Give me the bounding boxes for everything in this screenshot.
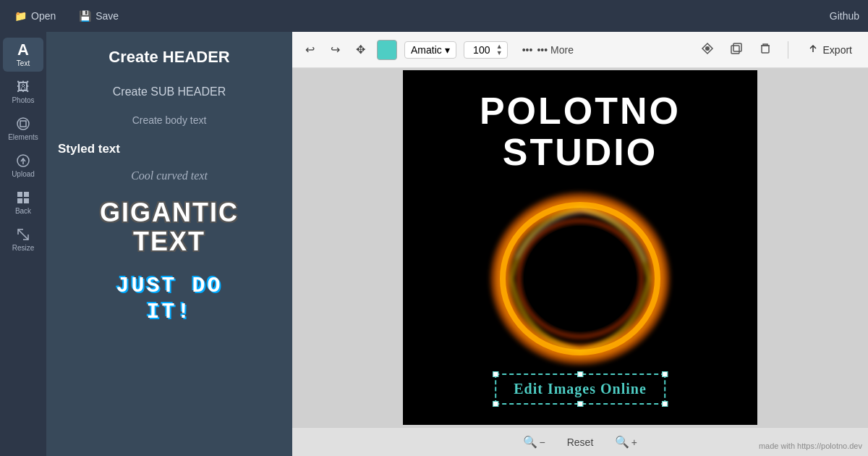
font-selector[interactable]: Amatic ▾ — [404, 41, 456, 59]
font-dropdown-icon: ▾ — [445, 44, 450, 56]
svg-rect-6 — [17, 198, 22, 203]
open-label: Open — [31, 10, 56, 22]
zoom-reset-button[interactable]: Reset — [560, 434, 601, 451]
svg-rect-12 — [762, 46, 769, 53]
edit-images-selection: Edit images online — [495, 373, 665, 405]
sidebar-icons: A Text 🖼 Photos Elements Upload — [0, 32, 46, 456]
upload-icon — [15, 153, 31, 169]
export-icon — [807, 43, 819, 56]
back-icon — [15, 190, 31, 206]
font-size-input[interactable] — [469, 44, 495, 56]
move-icon: ✥ — [356, 43, 365, 56]
export-button[interactable]: Export — [800, 40, 859, 59]
save-icon: 💾 — [79, 10, 91, 22]
sidebar-item-upload[interactable]: Upload — [3, 148, 43, 182]
sidebar-item-elements[interactable]: Elements — [3, 111, 43, 145]
fill-button[interactable] — [697, 39, 718, 61]
create-subheader-btn[interactable]: Create SUB HEADER — [55, 80, 284, 104]
handle-tl — [493, 371, 498, 377]
edit-images-container[interactable]: Edit images online — [495, 373, 665, 405]
just-line1: JUST DO — [116, 274, 222, 298]
duplicate-icon — [730, 42, 743, 58]
photos-icon: 🖼 — [15, 79, 31, 95]
undo-icon: ↩ — [305, 43, 315, 56]
save-label: Save — [95, 10, 119, 22]
panel-title[interactable]: Create HEADER — [55, 41, 284, 74]
zoom-out-icon: 🔍 — [523, 436, 537, 448]
toolbar: ↩ ↪ ✥ Amatic ▾ ▲ ▼ ••• ••• M — [292, 32, 868, 68]
svg-rect-7 — [24, 198, 29, 203]
credit-text: made with https://polotno.dev — [759, 442, 862, 450]
gigantic-text-btn[interactable]: GIGANTIC TEXT — [55, 193, 284, 261]
left-panel: Create HEADER Create SUB HEADER Create b… — [46, 32, 292, 456]
canvas-title-line2: STUDIO — [403, 132, 757, 173]
sidebar-item-photos[interactable]: 🖼 Photos — [3, 75, 43, 109]
svg-rect-1 — [20, 121, 26, 127]
gigantic-line2: TEXT — [133, 227, 205, 256]
zoom-in-icon: 🔍 — [615, 436, 629, 448]
canvas-wrapper: POLOTNO STUDIO — [292, 68, 868, 427]
handle-bl — [493, 401, 498, 407]
font-size-control: ▲ ▼ — [464, 41, 508, 59]
save-button[interactable]: 💾 Save — [73, 7, 124, 25]
font-size-arrows: ▲ ▼ — [496, 43, 503, 56]
svg-rect-4 — [17, 192, 22, 197]
sidebar-item-back[interactable]: Back — [3, 185, 43, 219]
canvas[interactable]: POLOTNO STUDIO — [403, 70, 757, 425]
svg-rect-11 — [733, 43, 741, 51]
handle-bm — [577, 401, 583, 407]
fill-icon — [701, 42, 714, 58]
open-button[interactable]: 📁 Open — [9, 7, 61, 25]
canvas-title-line1: POLOTNO — [403, 90, 757, 132]
resize-icon — [15, 227, 31, 242]
styled-text-label: Styled text — [55, 136, 284, 159]
delete-icon — [759, 42, 772, 58]
sidebar-back-label: Back — [15, 207, 31, 215]
elements-icon — [15, 116, 31, 132]
canvas-title: POLOTNO STUDIO — [403, 90, 757, 173]
font-size-down-button[interactable]: ▼ — [496, 50, 503, 56]
handle-tr — [662, 371, 668, 377]
move-button[interactable]: ✥ — [352, 40, 370, 59]
svg-rect-5 — [24, 192, 29, 197]
more-label: ••• More — [537, 44, 574, 56]
redo-icon: ↪ — [331, 43, 340, 56]
svg-point-18 — [524, 226, 637, 332]
handle-tm — [577, 371, 583, 377]
sidebar-item-text[interactable]: A Text — [3, 38, 43, 72]
sidebar-photos-label: Photos — [12, 96, 34, 104]
font-name-label: Amatic — [411, 44, 442, 56]
more-button[interactable]: ••• ••• More — [515, 41, 581, 59]
delete-button[interactable] — [754, 39, 776, 61]
create-body-btn[interactable]: Create body text — [55, 110, 284, 130]
zoom-out-button[interactable]: 🔍 − — [517, 432, 551, 452]
sidebar-item-resize[interactable]: Resize — [3, 222, 43, 256]
canvas-area: ↩ ↪ ✥ Amatic ▾ ▲ ▼ ••• ••• M — [292, 32, 868, 456]
main-layout: A Text 🖼 Photos Elements Upload — [0, 32, 868, 456]
github-link[interactable]: Github — [830, 10, 859, 22]
svg-point-0 — [17, 118, 29, 130]
color-swatch[interactable] — [377, 40, 397, 60]
svg-point-9 — [705, 46, 710, 51]
text-icon: A — [15, 42, 31, 58]
folder-icon: 📁 — [14, 10, 27, 22]
toolbar-divider — [788, 41, 788, 59]
sidebar-resize-label: Resize — [12, 244, 35, 252]
fire-circle-graphic — [472, 179, 689, 381]
sidebar-elements-label: Elements — [8, 133, 38, 141]
more-icon: ••• — [522, 44, 533, 56]
zoom-in-button[interactable]: 🔍 + — [609, 432, 643, 452]
undo-button[interactable]: ↩ — [301, 40, 319, 59]
edit-images-text: Edit images online — [514, 381, 647, 397]
topbar: 📁 Open 💾 Save Github — [0, 0, 868, 32]
cool-curved-btn[interactable]: Cool curved text — [55, 165, 284, 187]
handle-br — [662, 401, 668, 407]
svg-rect-10 — [731, 46, 739, 54]
just-do-it-btn[interactable]: JUST DO IT! — [55, 267, 284, 331]
sidebar-upload-label: Upload — [12, 170, 35, 178]
svg-line-8 — [18, 229, 28, 240]
sidebar-text-label: Text — [17, 59, 30, 67]
gigantic-line1: GIGANTIC — [100, 198, 239, 227]
redo-button[interactable]: ↪ — [326, 40, 344, 59]
duplicate-button[interactable] — [726, 39, 747, 61]
